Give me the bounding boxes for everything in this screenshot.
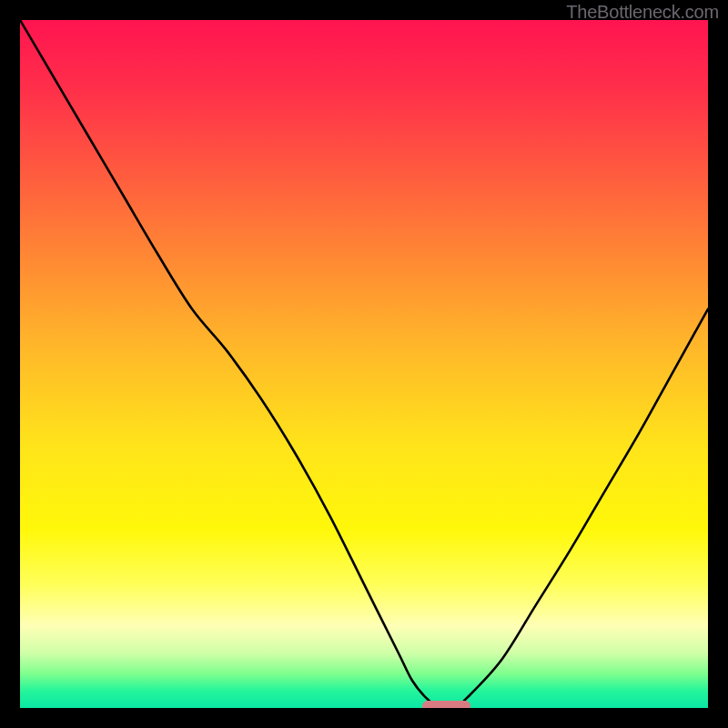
chart-frame: TheBottleneck.com: [0, 0, 728, 728]
plot-area: [20, 20, 708, 708]
optimum-marker: [422, 701, 470, 708]
attribution-text: TheBottleneck.com: [566, 2, 719, 23]
bottleneck-curve: [20, 20, 708, 708]
